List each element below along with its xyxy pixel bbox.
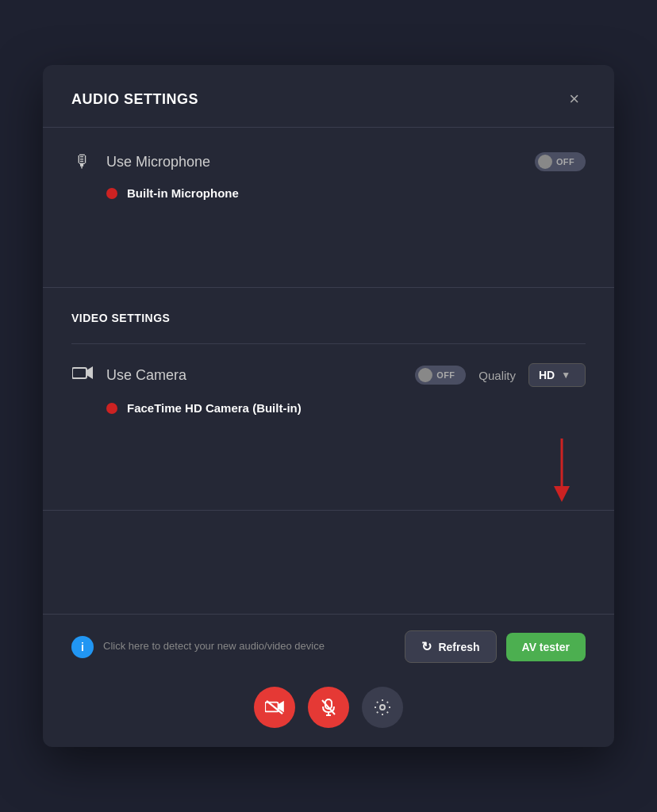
svg-marker-3 <box>554 486 570 502</box>
chevron-down-icon: ▼ <box>561 370 571 381</box>
av-tester-label: AV tester <box>522 641 570 653</box>
use-microphone-label: Use Microphone <box>106 154 522 170</box>
microphone-device-item: Built-in Microphone <box>71 186 586 200</box>
video-settings-section: VIDEO SETTINGS Use Camera OFF Quality HD… <box>43 288 614 510</box>
audio-settings-section: 🎙 Use Microphone OFF Built-in Microphone <box>43 128 614 287</box>
detect-device-text[interactable]: Click here to detect your new audio/vide… <box>103 639 395 653</box>
footer: i Click here to detect your new audio/vi… <box>43 614 614 747</box>
settings-button[interactable] <box>362 687 403 728</box>
dialog-header: AUDIO SETTINGS × <box>43 65 614 127</box>
av-tester-button[interactable]: AV tester <box>506 633 586 661</box>
camera-setting-row: Use Camera OFF Quality HD ▼ <box>71 363 586 387</box>
microphone-toggle[interactable]: OFF <box>535 152 586 171</box>
camera-off-button[interactable] <box>254 687 295 728</box>
close-button[interactable]: × <box>563 87 586 111</box>
dialog-title: AUDIO SETTINGS <box>71 91 198 108</box>
svg-point-11 <box>380 705 385 710</box>
refresh-button[interactable]: ↻ Refresh <box>405 630 496 663</box>
microphone-device-dot <box>106 188 117 199</box>
microphone-device-name: Built-in Microphone <box>127 186 239 200</box>
camera-device-item: FaceTime HD Camera (Built-in) <box>71 401 586 415</box>
camera-device-dot <box>106 403 117 414</box>
quality-label: Quality <box>478 369 516 382</box>
red-arrow-annotation <box>71 439 586 502</box>
toggle-circle <box>538 155 552 169</box>
svg-rect-4 <box>265 703 278 712</box>
audio-spacer <box>71 200 586 263</box>
footer-info-row: i Click here to detect your new audio/vi… <box>71 630 586 663</box>
audio-video-settings-dialog: AUDIO SETTINGS × 🎙 Use Microphone OFF Bu… <box>43 65 614 747</box>
camera-toggle-off-label: OFF <box>436 370 455 380</box>
info-icon: i <box>71 636 94 658</box>
refresh-label: Refresh <box>438 641 479 653</box>
mic-off-button[interactable] <box>308 687 349 728</box>
camera-toggle[interactable]: OFF <box>415 366 466 385</box>
camera-icon <box>71 365 94 385</box>
quality-value: HD <box>539 369 555 381</box>
svg-rect-0 <box>72 368 86 378</box>
microphone-setting-row: 🎙 Use Microphone OFF <box>71 151 586 172</box>
video-section-title: VIDEO SETTINGS <box>71 312 586 324</box>
video-inner-divider <box>71 343 586 344</box>
video-footer-divider <box>43 510 614 511</box>
refresh-icon: ↻ <box>421 639 432 654</box>
microphone-icon: 🎙 <box>71 151 94 172</box>
quality-dropdown[interactable]: HD ▼ <box>528 363 586 387</box>
camera-toggle-circle <box>418 368 432 382</box>
toggle-off-label: OFF <box>556 157 574 167</box>
use-camera-label: Use Camera <box>106 367 402 384</box>
camera-device-name: FaceTime HD Camera (Built-in) <box>127 401 302 415</box>
svg-marker-1 <box>86 366 93 379</box>
bottom-icons-row <box>71 679 586 731</box>
